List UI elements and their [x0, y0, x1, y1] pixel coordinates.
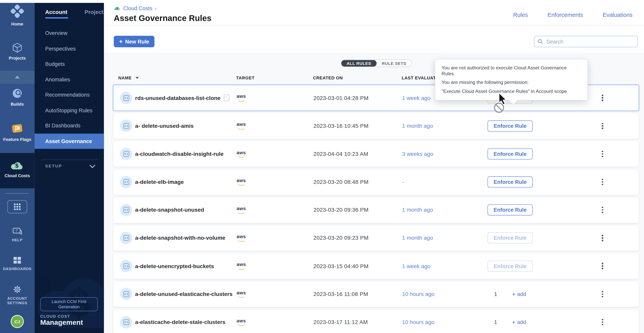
- row-menu-button[interactable]: [597, 281, 608, 307]
- toggle-rule-sets[interactable]: RULE SETS: [376, 60, 412, 67]
- tab-project[interactable]: Project: [84, 9, 104, 19]
- last-evaluation-link[interactable]: 1 month ago: [402, 113, 433, 139]
- table-row[interactable]: a-delete-unencrypted-buckets aws 2023-03…: [113, 253, 639, 279]
- table-row[interactable]: a-delete-snapshot-with-no-volume aws 202…: [113, 225, 639, 251]
- nav-builds[interactable]: Builds: [0, 87, 34, 107]
- row-menu-button[interactable]: [597, 197, 608, 223]
- avatar[interactable]: CJ: [11, 315, 24, 328]
- last-evaluation-link[interactable]: 10 hours ago: [402, 281, 434, 307]
- add-enforcement-button[interactable]: +add: [512, 291, 526, 298]
- rail-divider: [6, 193, 28, 194]
- row-menu-button[interactable]: [597, 85, 608, 111]
- kebab-icon: [602, 319, 603, 325]
- last-evaluation-link[interactable]: 1 week ago: [402, 85, 430, 111]
- row-menu-button[interactable]: [597, 253, 608, 279]
- breadcrumb-separator: ›: [155, 5, 156, 11]
- kebab-icon: [602, 151, 603, 157]
- sidebar-item-bi-dashboards[interactable]: BI Dashboards: [34, 118, 104, 133]
- toggle-all-rules[interactable]: ALL RULES: [341, 60, 376, 67]
- svg-text:$: $: [15, 162, 18, 169]
- rule-name[interactable]: a-delete-elb-image: [135, 179, 184, 185]
- enforce-rule-button[interactable]: Enforce Rule: [488, 148, 533, 160]
- last-evaluation-link[interactable]: 3 weeks ago: [402, 141, 433, 167]
- nav-projects[interactable]: Projects: [0, 42, 34, 61]
- table-row[interactable]: a- delete-unused-amis aws 2023-03-16 10:…: [113, 113, 639, 139]
- sidebar-item-autostopping-rules[interactable]: AutoStopping Rules: [34, 103, 104, 118]
- row-menu-button[interactable]: [597, 225, 608, 251]
- enforce-rule-button[interactable]: Enforce Rule: [488, 232, 533, 244]
- kebab-icon: [602, 123, 603, 129]
- app-window: Home Projects Builds Feature Flags $ Clo…: [0, 0, 644, 333]
- rule-name[interactable]: a- delete-unused-amis: [135, 123, 194, 129]
- rule-name[interactable]: a-delete-unused-elasticache-clusters: [135, 291, 232, 297]
- rail-collapse-button[interactable]: [0, 76, 34, 79]
- row-menu-button[interactable]: [597, 141, 608, 167]
- table-row[interactable]: a-delete-elb-image aws 2023-03-20 08:48 …: [113, 169, 639, 195]
- table-row[interactable]: a-delete-snapshot-unused aws 2023-03-20 …: [113, 197, 639, 223]
- search-input[interactable]: [546, 38, 634, 45]
- table-row[interactable]: a-elasticache-delete-stale-clusters aws …: [113, 309, 639, 333]
- launch-ccm-first-gen-button[interactable]: Launch CCM First Generation: [40, 297, 98, 311]
- sidebar-item-asset-governance[interactable]: Asset Governance: [34, 133, 104, 149]
- enforce-rule-button[interactable]: Enforce Rule: [488, 120, 533, 132]
- aws-logo-icon: aws: [236, 290, 246, 298]
- sidebar-item-budgets[interactable]: Budgets: [34, 56, 104, 72]
- target-cell: aws: [236, 141, 246, 167]
- top-window-strip: [0, 0, 644, 3]
- sidebar-item-recommendations[interactable]: Recommendations: [34, 87, 104, 103]
- rule-icon: [120, 260, 132, 272]
- nav-cloud-costs[interactable]: $ Cloud Costs: [0, 160, 34, 179]
- rule-name[interactable]: rds-unused-databases-list-clone: [135, 95, 220, 101]
- nav-enforcements-link[interactable]: Enforcements: [548, 12, 583, 18]
- nav-account-settings[interactable]: ACCOUNT SETTINGS: [0, 284, 34, 306]
- rule-name[interactable]: a-elasticache-delete-stale-clusters: [135, 319, 225, 325]
- search-box[interactable]: [534, 36, 638, 47]
- enforce-rule-button[interactable]: Enforce Rule: [488, 260, 533, 272]
- nav-evaluations-link[interactable]: Evaluations: [603, 12, 632, 18]
- last-evaluation-link[interactable]: 1 week ago: [402, 253, 430, 279]
- action-cell: Enforce Rule: [469, 169, 551, 195]
- rule-name[interactable]: a-delete-snapshot-with-no-volume: [135, 235, 225, 241]
- breadcrumb-cloud-costs[interactable]: Cloud Costs: [123, 5, 152, 11]
- svg-text:$: $: [116, 7, 118, 10]
- enforcement-count: 1: [494, 319, 497, 325]
- sidebar-item-anomalies[interactable]: Anomalies: [34, 72, 104, 87]
- nav-home[interactable]: Home: [0, 5, 34, 27]
- rule-name[interactable]: a-delete-unencrypted-buckets: [135, 263, 214, 269]
- add-enforcement-button[interactable]: +add: [512, 319, 526, 326]
- copy-icon[interactable]: [224, 95, 229, 101]
- nav-rules-link[interactable]: Rules: [513, 12, 528, 18]
- last-evaluation-link[interactable]: -: [402, 169, 404, 195]
- nav-dashboards[interactable]: DASHBOARDS: [0, 256, 34, 271]
- sidebar-item-perspectives[interactable]: Perspectives: [34, 41, 104, 57]
- breadcrumb[interactable]: $ Cloud Costs ›: [114, 5, 156, 11]
- tab-account[interactable]: Account: [45, 9, 67, 19]
- last-evaluation-link[interactable]: 1 month ago: [402, 197, 433, 223]
- sidebar-item-overview[interactable]: Overview: [34, 26, 104, 41]
- sort-arrow-icon[interactable]: [136, 77, 139, 79]
- row-menu-button[interactable]: [597, 113, 608, 139]
- rule-name[interactable]: a-delete-snapshot-unused: [135, 207, 204, 213]
- nav-builds-label: Builds: [10, 102, 24, 107]
- last-evaluation-link[interactable]: 1 month ago: [402, 225, 433, 251]
- brand-name: Management: [40, 319, 83, 327]
- action-cell: 1 +add: [469, 281, 551, 307]
- nav-feature-flags[interactable]: Feature Flags: [0, 123, 34, 142]
- kebab-icon: [602, 95, 603, 101]
- rule-name[interactable]: a-cloudwatch-disable-insight-rule: [135, 151, 224, 157]
- user-menu[interactable]: CJ: [0, 315, 34, 328]
- column-name[interactable]: NAME: [118, 75, 132, 80]
- nav-help[interactable]: ? HELP: [0, 227, 34, 243]
- chevron-down-icon: [90, 162, 95, 168]
- module-picker-button[interactable]: [0, 200, 34, 213]
- table-row[interactable]: a-delete-unused-elasticache-clusters aws…: [113, 281, 639, 307]
- enforce-rule-button[interactable]: Enforce Rule: [488, 176, 533, 188]
- new-rule-button[interactable]: + New Rule: [114, 36, 154, 47]
- last-evaluation-link[interactable]: 10 hours ago: [402, 309, 434, 333]
- rule-icon: [120, 288, 132, 300]
- setup-section-toggle[interactable]: SETUP: [45, 164, 94, 168]
- row-menu-button[interactable]: [597, 169, 608, 195]
- row-menu-button[interactable]: [597, 309, 608, 333]
- table-row[interactable]: a-cloudwatch-disable-insight-rule aws 20…: [113, 141, 639, 167]
- enforce-rule-button[interactable]: Enforce Rule: [488, 204, 533, 216]
